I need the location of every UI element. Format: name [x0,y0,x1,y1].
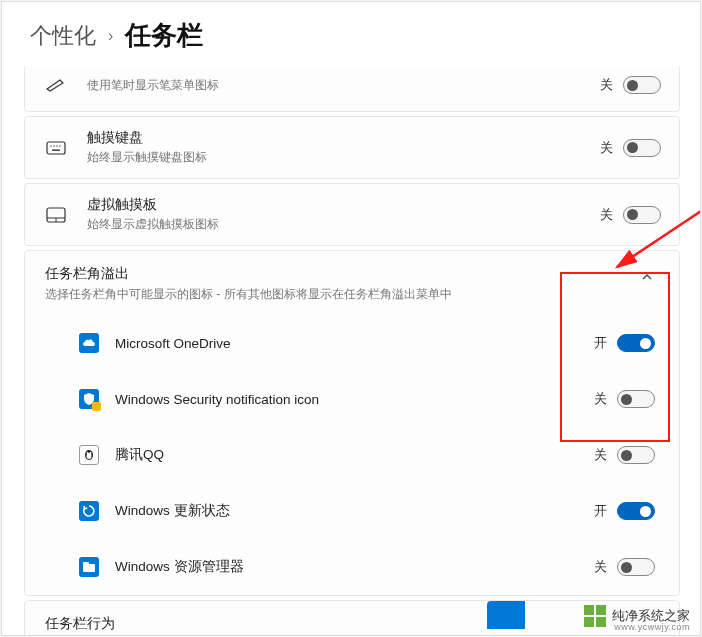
toggle-state-label: 开 [594,502,607,520]
toggle-state-label: 关 [594,390,607,408]
chevron-right-icon: › [108,27,113,45]
update-icon [79,501,99,521]
keyboard-icon [45,137,67,159]
overflow-item-label: Windows 资源管理器 [115,558,594,576]
setting-title: 虚拟触摸板 [87,196,600,214]
qq-icon [79,445,99,465]
toggle-state-label: 关 [600,206,613,224]
section-title: 任务栏行为 [45,615,659,633]
toggle-state-label: 关 [594,446,607,464]
toggle-explorer[interactable] [617,558,655,576]
page-title: 任务栏 [125,18,203,53]
svg-rect-5 [52,149,60,150]
setting-title: 触摸键盘 [87,129,600,147]
setting-desc: 使用笔时显示笔菜单图标 [87,77,600,94]
svg-rect-13 [83,564,95,572]
svg-point-12 [90,452,92,454]
svg-point-1 [50,145,51,146]
section-header-behavior[interactable]: 任务栏行为 任务栏对齐、标记、自动隐藏和多个显示器 [25,601,679,636]
watermark-url: www.ycwwjy.com [614,622,690,632]
pen-icon [45,74,67,96]
section-desc: 选择任务栏角中可能显示的图标 - 所有其他图标将显示在任务栏角溢出菜单中 [45,286,641,303]
section-title: 任务栏角溢出 [45,265,641,283]
toggle-security[interactable] [617,390,655,408]
overflow-item-label: Microsoft OneDrive [115,336,594,351]
svg-point-11 [87,452,89,454]
toggle-virtual-touchpad[interactable] [623,206,661,224]
svg-point-2 [53,145,54,146]
overflow-item-update[interactable]: Windows 更新状态 开 [25,483,679,539]
toggle-update[interactable] [617,502,655,520]
overflow-item-qq[interactable]: 腾讯QQ 关 [25,427,679,483]
security-icon [79,389,99,409]
toggle-state-label: 关 [600,139,613,157]
overflow-item-explorer[interactable]: Windows 资源管理器 关 [25,539,679,595]
touchpad-icon [45,204,67,226]
toggle-pen-menu[interactable] [623,76,661,94]
breadcrumb: 个性化 › 任务栏 [2,2,700,67]
svg-point-4 [59,145,60,146]
breadcrumb-parent[interactable]: 个性化 [30,21,96,51]
overflow-item-onedrive[interactable]: Microsoft OneDrive 开 [25,315,679,371]
toggle-state-label: 关 [600,76,613,94]
setting-row-pen-menu[interactable]: 使用笔时显示笔菜单图标 关 [25,67,679,111]
setting-desc: 始终显示虚拟触摸板图标 [87,216,600,233]
svg-rect-14 [83,562,89,565]
overflow-item-label: Windows Security notification icon [115,392,594,407]
overflow-item-security[interactable]: Windows Security notification icon 关 [25,371,679,427]
svg-point-3 [56,145,57,146]
section-header-overflow[interactable]: 任务栏角溢出 选择任务栏角中可能显示的图标 - 所有其他图标将显示在任务栏角溢出… [25,251,679,315]
setting-desc: 始终显示触摸键盘图标 [87,149,600,166]
toggle-onedrive[interactable] [617,334,655,352]
overflow-item-label: Windows 更新状态 [115,502,594,520]
toggle-state-label: 开 [594,334,607,352]
svg-rect-0 [47,142,65,154]
toggle-touch-keyboard[interactable] [623,139,661,157]
chevron-up-icon [641,271,653,286]
watermark: 纯净系统之家 www.ycwwjy.com [584,605,690,627]
setting-row-virtual-touchpad[interactable]: 虚拟触摸板 始终显示虚拟触摸板图标 关 [25,184,679,245]
explorer-icon [79,557,99,577]
decorative-blue-shape [487,601,525,629]
overflow-item-label: 腾讯QQ [115,446,594,464]
setting-row-touch-keyboard[interactable]: 触摸键盘 始终显示触摸键盘图标 关 [25,117,679,178]
toggle-state-label: 关 [594,558,607,576]
onedrive-icon [79,333,99,353]
toggle-qq[interactable] [617,446,655,464]
watermark-logo-icon [584,605,606,627]
